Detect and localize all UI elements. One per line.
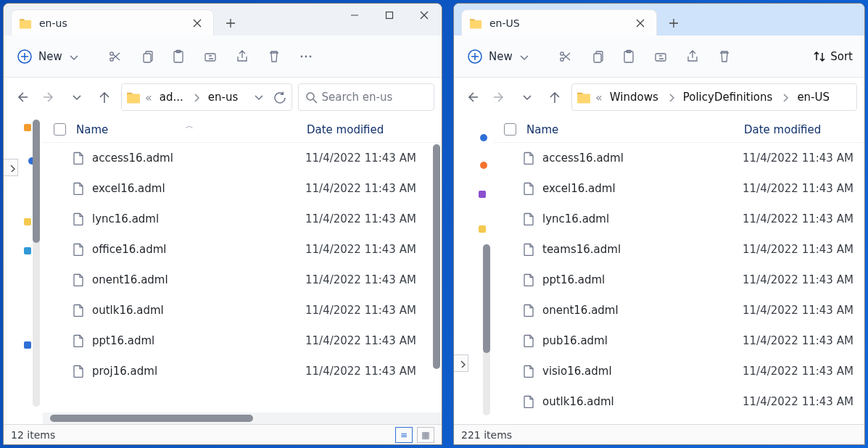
file-row[interactable]: ppt16.adml11/4/2022 11:43 AM [493,265,864,295]
recent-button[interactable] [516,86,538,108]
up-button[interactable] [94,86,115,108]
file-row[interactable]: outlk16.adml11/4/2022 11:43 AM [493,386,864,417]
file-row[interactable]: excel16.adml11/4/2022 11:43 AM [43,173,442,204]
address-bar[interactable]: « ad... en-us [121,83,292,111]
file-row[interactable]: lync16.adml11/4/2022 11:43 AM [493,204,864,234]
command-bar: New [4,36,442,78]
forward-button[interactable] [38,86,60,108]
file-icon [72,243,85,256]
nav-scrollbar[interactable] [33,120,40,407]
file-name: lync16.adml [542,212,735,225]
file-row[interactable]: excel16.adml11/4/2022 11:43 AM [493,173,864,204]
copy-button[interactable] [132,42,161,71]
file-row[interactable]: onent16.adml11/4/2022 11:43 AM [43,265,442,295]
copy-button[interactable] [582,42,611,71]
file-row[interactable]: onent16.adml11/4/2022 11:43 AM [493,295,864,325]
paste-button[interactable] [614,42,643,71]
column-header-name[interactable]: ︿ Name [72,123,307,136]
tab-active[interactable]: en-US [461,9,657,36]
cut-button[interactable] [100,42,129,71]
rename-button[interactable] [646,42,675,71]
column-header-row: Name Date modified ﹀ [493,117,864,143]
file-icon [522,334,535,347]
file-row[interactable]: visio16.adml11/4/2022 11:43 AM [493,356,864,386]
new-button[interactable]: New [11,44,84,69]
nav-scrollbar[interactable] [483,244,490,415]
rename-button[interactable] [196,42,225,71]
list-scrollbar[interactable] [433,144,440,412]
file-row[interactable]: office16.adml11/4/2022 11:43 AM [43,234,442,265]
back-button[interactable] [11,86,33,108]
file-row[interactable]: lync16.adml11/4/2022 11:43 AM [43,204,442,234]
tab-active[interactable]: en-us [11,9,214,36]
address-dropdown[interactable] [251,91,267,103]
share-button[interactable] [228,42,257,71]
file-date: 11/4/2022 11:43 AM [743,182,859,195]
new-tab-button[interactable] [218,11,243,36]
file-name: ppt16.adml [542,273,735,286]
sort-indicator-icon: ︿ [186,120,194,131]
file-row[interactable]: teams16.adml11/4/2022 11:43 AM [493,234,864,265]
file-row[interactable]: access16.adml11/4/2022 11:43 AM [493,143,864,173]
file-row[interactable]: access16.adml11/4/2022 11:43 AM [43,143,442,173]
file-icon [72,334,85,347]
breadcrumb-item[interactable]: Windows [607,91,661,104]
back-button[interactable] [461,86,483,108]
up-button[interactable] [544,86,566,108]
icons-view-button[interactable]: ▦ [417,427,434,443]
address-bar[interactable]: « Windows PolicyDefinitions en-US [571,83,857,111]
file-list[interactable]: access16.adml11/4/2022 11:43 AMexcel16.a… [43,143,442,412]
file-icon [522,152,535,165]
breadcrumb-item[interactable]: ad... [157,91,186,104]
details-view-button[interactable]: ≡ [395,427,413,443]
search-box[interactable]: Search en-us [298,83,434,111]
refresh-button[interactable] [271,91,287,104]
file-name: visio16.adml [542,365,735,378]
nav-expand-button[interactable] [454,354,468,372]
breadcrumb-item[interactable]: PolicyDefinitions [680,91,776,104]
file-icon [522,365,535,378]
breadcrumb-item[interactable]: en-us [205,91,241,104]
cut-button[interactable] [550,42,579,71]
file-row[interactable]: pub16.adml11/4/2022 11:43 AM [493,325,864,356]
paste-button[interactable] [164,42,193,71]
share-button[interactable] [678,42,707,71]
new-button[interactable]: New [461,44,534,69]
nav-row: « ad... en-us Search en-us [4,78,442,117]
sort-button[interactable]: Sort [809,50,857,63]
file-row[interactable]: proj16.adml11/4/2022 11:43 AM [43,356,442,386]
select-all-checkbox[interactable] [504,123,516,136]
column-header-date[interactable]: Date modified ﹀ [744,123,860,136]
maximize-button[interactable] [372,4,407,27]
close-window-button[interactable] [407,4,442,27]
minimize-button[interactable] [337,4,372,27]
file-row[interactable]: ppt16.adml11/4/2022 11:43 AM [43,325,442,356]
recent-button[interactable] [66,86,88,108]
file-list[interactable]: access16.adml11/4/2022 11:43 AMexcel16.a… [493,143,864,424]
new-tab-button[interactable] [661,11,686,36]
delete-button[interactable] [710,42,739,71]
nav-expand-button[interactable] [4,159,18,176]
file-row[interactable]: outlk16.adml11/4/2022 11:43 AM [43,295,442,325]
navigation-pane[interactable] [454,117,493,424]
tab-close-button[interactable] [632,14,649,32]
column-header-name[interactable]: Name [522,123,744,136]
more-button[interactable] [292,42,321,71]
breadcrumb-overflow[interactable]: « [145,91,152,104]
forward-button[interactable] [489,86,511,108]
breadcrumb-overflow[interactable]: « [595,91,603,104]
navigation-pane[interactable] [4,117,43,424]
column-header-date[interactable]: Date modified [307,123,437,136]
file-icon [522,182,535,195]
horizontal-scrollbar[interactable] [43,412,442,424]
file-icon [72,273,85,286]
status-bar: 12 items ≡ ▦ [4,424,442,444]
delete-button[interactable] [260,42,289,71]
file-name: teams16.adml [542,243,735,256]
new-button-label: New [489,50,513,63]
search-icon [305,91,318,104]
file-date: 11/4/2022 11:43 AM [305,273,436,286]
breadcrumb-item[interactable]: en-US [794,91,832,104]
tab-close-button[interactable] [189,14,206,32]
select-all-checkbox[interactable] [54,123,66,136]
